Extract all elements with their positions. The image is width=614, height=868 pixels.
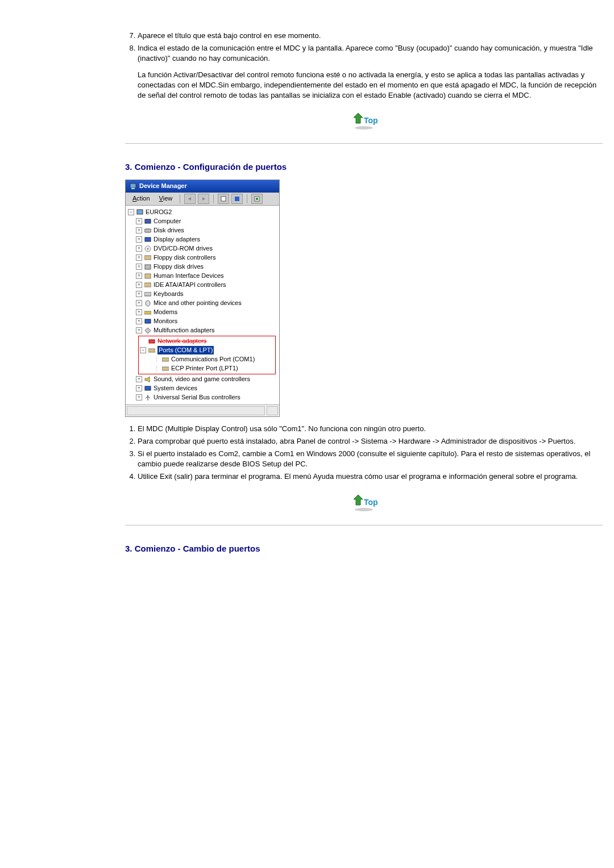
tree-label: Multifunction adapters (154, 326, 215, 335)
multifunction-icon (144, 327, 152, 334)
svg-rect-20 (144, 311, 151, 314)
tree-display[interactable]: +Display adapters (128, 235, 278, 244)
tree-label: Computer (154, 217, 181, 226)
top-icon: Top (350, 111, 377, 130)
devmgr-statusbar (126, 404, 279, 416)
toolbar-scan-icon[interactable] (231, 194, 243, 204)
controller-icon (144, 254, 152, 261)
tree-label: ECP Printer Port (LPT1) (171, 364, 238, 373)
usb-icon (144, 394, 152, 401)
tree-system[interactable]: +System devices (128, 384, 278, 393)
tree-lpt1[interactable]: ⋮ECP Printer Port (LPT1) (140, 364, 274, 373)
tree-floppyd[interactable]: +Floppy disk drives (128, 262, 278, 272)
config-list: El MDC (Multiple Display Control) usa só… (125, 424, 603, 482)
config-item-3: Si el puerto instalado es Com2, cambie a… (138, 449, 603, 469)
back-to-top-link-2[interactable]: Top (125, 493, 603, 515)
tree-monitors[interactable]: +Monitors (128, 317, 278, 326)
toolbar-separator (180, 194, 180, 203)
expand-icon[interactable]: + (136, 282, 142, 288)
config-item-1: El MDC (Multiple Display Control) usa só… (138, 424, 603, 434)
tree-multifn[interactable]: +Multifunction adapters (128, 326, 278, 335)
svg-rect-16 (145, 274, 151, 278)
tree-sound[interactable]: +Sound, video and game controllers (128, 375, 278, 384)
tree-usb[interactable]: +Universal Serial Bus controllers (128, 393, 278, 402)
tree-dvd[interactable]: +DVD/CD-ROM drives (128, 244, 278, 253)
toolbar-forward-icon[interactable] (198, 194, 209, 204)
svg-point-19 (146, 301, 150, 306)
svg-text:Top: Top (364, 116, 377, 125)
tree-computer[interactable]: +Computer (128, 217, 278, 226)
toolbar-refresh-icon[interactable] (251, 194, 263, 204)
expand-icon[interactable]: + (136, 236, 142, 243)
tree-label: Modems (154, 308, 177, 316)
expand-icon[interactable]: + (136, 291, 142, 297)
expand-icon[interactable]: + (136, 394, 142, 400)
floppy-icon (144, 264, 152, 270)
divider-1 (125, 143, 603, 144)
tree-floppyc[interactable]: +Floppy disk controllers (128, 253, 278, 262)
sound-icon (144, 376, 152, 383)
svg-point-27 (355, 508, 373, 511)
expand-icon[interactable]: + (136, 318, 142, 324)
expand-icon[interactable]: + (136, 273, 142, 279)
expand-icon[interactable]: + (136, 245, 142, 252)
tree-com1[interactable]: ⋮Communications Port (COM1) (140, 355, 274, 364)
expand-icon[interactable]: + (136, 227, 142, 233)
tree-root-label: EUROG2 (146, 208, 172, 216)
svg-rect-17 (144, 283, 151, 287)
menu-action[interactable]: AActionction (129, 194, 154, 203)
back-to-top-link-1[interactable]: Top (125, 111, 603, 133)
toolbar-properties-icon[interactable] (218, 194, 229, 204)
section-title-config: 3. Comienzo - Configuración de puertos (125, 161, 603, 173)
toolbar-separator-2 (213, 194, 214, 203)
tree-hid[interactable]: +Human Interface Devices (128, 272, 278, 281)
tree-label: Universal Serial Bus controllers (154, 393, 240, 402)
svg-point-0 (355, 126, 373, 130)
tree-mice[interactable]: +Mice and other pointing devices (128, 299, 278, 308)
tree-keyboards[interactable]: +Keyboards (128, 290, 278, 299)
expand-icon[interactable]: + (136, 264, 142, 270)
expand-icon[interactable]: + (136, 385, 142, 391)
devmgr-tree: − EUROG2 +Computer +Disk drives +Display… (126, 206, 279, 404)
toolbar-separator-3 (247, 194, 247, 203)
dvd-icon (144, 245, 152, 252)
tree-ports[interactable]: −Ports (COM & LPT) (140, 346, 274, 355)
expand-icon[interactable]: + (136, 218, 142, 224)
devmgr-title-text: Device Manager (139, 182, 187, 190)
collapse-icon[interactable]: − (128, 209, 134, 215)
devmgr-titlebar: Device Manager (126, 180, 279, 192)
svg-rect-2 (130, 183, 136, 188)
expand-icon[interactable]: + (136, 254, 142, 261)
computer-icon (144, 218, 152, 225)
svg-text:Top: Top (364, 498, 377, 507)
tree-label: System devices (154, 384, 197, 393)
svg-rect-8 (137, 210, 143, 214)
toolbar-back-icon[interactable] (184, 194, 196, 204)
divider-2 (125, 525, 603, 525)
display-icon (144, 236, 152, 243)
expand-icon[interactable]: + (136, 376, 142, 382)
tree-root[interactable]: − EUROG2 (128, 208, 278, 217)
intro-list: Aparece el título que está bajo control … (125, 31, 603, 64)
ide-icon (144, 282, 152, 289)
expand-icon[interactable]: + (136, 300, 142, 306)
svg-point-13 (147, 248, 149, 249)
svg-rect-11 (145, 237, 151, 241)
intro-item-7: Aparece el título que está bajo control … (138, 31, 603, 41)
svg-rect-5 (235, 197, 239, 201)
collapse-icon[interactable]: − (140, 347, 146, 353)
expand-icon[interactable]: + (136, 309, 142, 315)
tree-modems[interactable]: +Modems (128, 308, 278, 317)
tree-disk[interactable]: +Disk drives (128, 226, 278, 235)
svg-rect-7 (256, 198, 258, 200)
tree-label: Mice and other pointing devices (154, 299, 242, 307)
tree-label: Human Interface Devices (154, 272, 224, 280)
tree-ide[interactable]: +IDE ATA/ATAPI controllers (128, 281, 278, 290)
menu-view[interactable]: View (156, 194, 176, 203)
tree-network-struck[interactable]: +Network adapters (140, 337, 274, 346)
expand-icon[interactable]: + (136, 327, 142, 333)
status-cell (127, 406, 265, 415)
tree-label: Communications Port (COM1) (171, 355, 255, 364)
hid-icon (144, 273, 152, 279)
tree-label: Floppy disk controllers (154, 253, 215, 262)
